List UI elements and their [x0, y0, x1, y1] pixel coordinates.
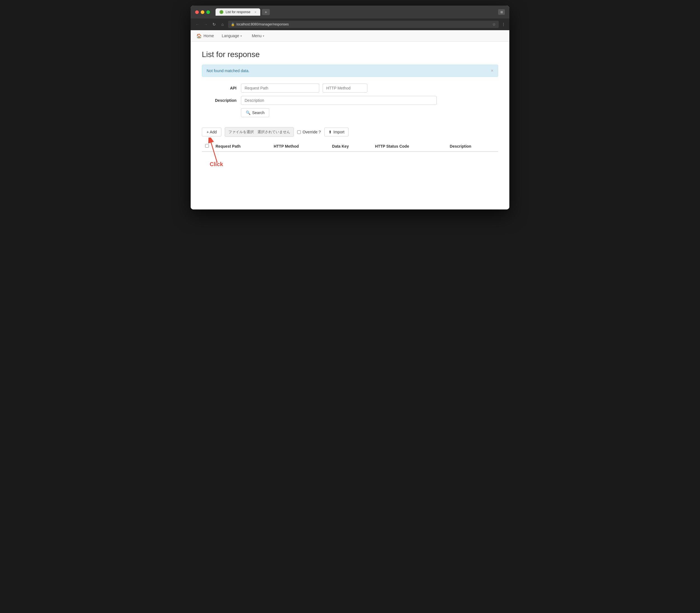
home-label: Home	[203, 34, 214, 38]
tab-favicon: 🌿	[220, 10, 223, 14]
search-icon: 🔍	[246, 110, 250, 115]
action-bar-wrapper: + Add Click ファイルを選択 選択されていません	[202, 122, 348, 137]
add-button-label: + Add	[207, 130, 217, 134]
alert-info: Not found matched data. ×	[202, 65, 498, 77]
extension-icon[interactable]: ⊞	[498, 9, 505, 15]
title-bar: 🌿 List for response × + ⊞	[191, 5, 509, 18]
table-col-checkbox	[202, 141, 212, 152]
click-label: Click	[210, 161, 223, 168]
table-col-description: Description	[447, 141, 498, 152]
tab-bar: 🌿 List for response × +	[215, 9, 495, 16]
import-icon: ⬆	[329, 130, 332, 134]
menu-dropdown-arrow: ▾	[263, 35, 264, 38]
tab-close-button[interactable]: ×	[255, 10, 256, 14]
forward-button[interactable]: →	[203, 22, 209, 27]
add-button[interactable]: + Add	[202, 128, 221, 136]
traffic-light-green[interactable]	[206, 10, 210, 14]
browser-window: 🌿 List for response × + ⊞ ← → ↻ ⌂ 🔒 loca…	[191, 5, 509, 209]
back-button[interactable]: ←	[195, 22, 200, 27]
select-all-checkbox[interactable]	[205, 144, 209, 148]
bookmark-button[interactable]: ☆	[492, 22, 496, 27]
app-nav: 🏠 Home Language ▾ Menu ▾	[191, 30, 509, 42]
description-input[interactable]	[241, 96, 437, 105]
override-checkbox-label[interactable]: Override ?	[297, 130, 321, 134]
language-label: Language	[222, 34, 239, 38]
traffic-lights	[195, 10, 210, 14]
search-row: 🔍 Search	[202, 108, 498, 117]
home-icon: 🏠	[196, 33, 202, 39]
alert-message: Not found matched data.	[207, 68, 249, 73]
menu-label: Menu	[252, 34, 262, 38]
traffic-light-yellow[interactable]	[201, 10, 204, 14]
file-input-text: ファイルを選択 選択されていません	[228, 130, 290, 134]
home-nav-button[interactable]: ⌂	[220, 22, 225, 27]
url-text[interactable]: localhost:8080/manager/responses	[237, 22, 289, 26]
table-col-http-method: HTTP Method	[270, 141, 329, 152]
description-row: Description	[202, 96, 498, 105]
address-bar: ← → ↻ ⌂ 🔒 localhost:8080/manager/respons…	[191, 18, 509, 30]
action-bar: + Add Click ファイルを選択 選択されていません	[202, 127, 348, 137]
search-button-label: Search	[252, 110, 264, 115]
home-link[interactable]: 🏠 Home	[196, 33, 214, 39]
table-col-http-status: HTTP Status Code	[372, 141, 447, 152]
browser-menu-button[interactable]: ⋮	[502, 22, 505, 27]
data-table: Request Path HTTP Method Data Key HTTP S…	[202, 141, 498, 152]
reload-button[interactable]: ↻	[211, 22, 217, 27]
table-col-request-path: Request Path	[212, 141, 270, 152]
override-checkbox[interactable]	[297, 130, 301, 134]
table-header-row: Request Path HTTP Method Data Key HTTP S…	[202, 141, 498, 152]
browser-tab[interactable]: 🌿 List for response ×	[215, 9, 260, 16]
page-title: List for response	[202, 50, 498, 59]
override-label: Override ?	[303, 130, 321, 134]
new-tab-button[interactable]: +	[262, 9, 270, 15]
language-dropdown[interactable]: Language ▾	[220, 32, 244, 39]
traffic-light-red[interactable]	[195, 10, 199, 14]
url-box: 🔒 localhost:8080/manager/responses ☆	[228, 21, 499, 28]
add-button-wrapper: + Add Click	[202, 128, 221, 136]
lock-icon: 🔒	[231, 23, 235, 26]
api-row: API	[202, 83, 498, 93]
http-method-input[interactable]	[322, 83, 367, 93]
file-input-label[interactable]: ファイルを選択 選択されていません	[225, 127, 294, 137]
request-path-input[interactable]	[241, 83, 319, 93]
tab-title: List for response	[226, 10, 250, 14]
alert-close-button[interactable]: ×	[491, 68, 493, 73]
main-content: List for response Not found matched data…	[191, 42, 509, 209]
language-dropdown-arrow: ▾	[240, 35, 242, 38]
import-button[interactable]: ⬆ Import	[324, 128, 349, 136]
menu-dropdown[interactable]: Menu ▾	[250, 32, 266, 39]
api-label: API	[202, 86, 241, 90]
table-header: Request Path HTTP Method Data Key HTTP S…	[202, 141, 498, 152]
description-label: Description	[202, 98, 241, 103]
search-form: API Description 🔍 Search	[202, 83, 498, 117]
table-col-data-key: Data Key	[329, 141, 372, 152]
search-button[interactable]: 🔍 Search	[241, 108, 269, 117]
import-button-label: Import	[333, 130, 345, 134]
